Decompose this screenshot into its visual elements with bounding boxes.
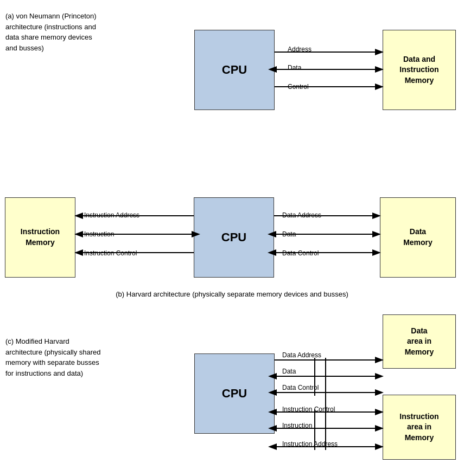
arrow-label-a-data: Data [288,64,301,72]
arrow-label-b-data-ctrl: Data Control [282,249,319,257]
arrow-label-b-inst: Instruction [84,230,114,238]
arrow-label-c-data-addr: Data Address [282,351,321,359]
modified-harvard-description: (c) Modified Harvard architecture (physi… [5,336,114,378]
mem-box-b-left: Instruction Memory [5,197,75,278]
arrow-label-b-inst-ctrl: Instruction Control [84,249,137,257]
mem-label-a: Data and Instruction Memory [399,54,438,86]
arrow-label-c-inst-ctrl: Instruction Control [282,406,335,413]
arrow-label-b-data: Data [282,230,296,238]
arrow-label-c-inst: Instruction [282,422,312,429]
arrow-label-b-data-addr: Data Address [282,211,321,219]
cpu-label-b: CPU [221,230,246,245]
cpu-box-c: CPU [194,353,275,434]
mem-box-a: Data and Instruction Memory [383,30,456,110]
arrow-label-a-control: Control [288,83,309,91]
cpu-box-a: CPU [194,30,275,110]
mem-label-c-data: Data area in Memory [405,326,434,358]
arrow-label-b-inst-addr: Instruction Address [84,211,139,219]
mem-label-c-inst: Instruction area in Memory [399,411,438,443]
arrow-label-c-data: Data [282,368,296,375]
cpu-label-a: CPU [222,63,247,77]
cpu-label-c: CPU [222,387,247,401]
mem-box-c-data: Data area in Memory [383,314,456,369]
arrow-label-c-inst-addr: Instruction Address [282,440,338,448]
mem-label-b-right: Data Memory [403,227,433,248]
arrow-label-a-address: Address [288,46,312,53]
mem-box-c-inst: Instruction area in Memory [383,395,456,460]
arrow-label-c-data-ctrl: Data Control [282,384,319,391]
mem-box-b-right: Data Memory [380,197,456,278]
mem-label-b-left: Instruction Memory [21,227,60,248]
cpu-box-b: CPU [194,197,274,278]
harvard-caption: (b) Harvard architecture (physically sep… [5,290,459,298]
von-neumann-description: (a) von Neumann (Princeton) architecture… [5,11,109,53]
